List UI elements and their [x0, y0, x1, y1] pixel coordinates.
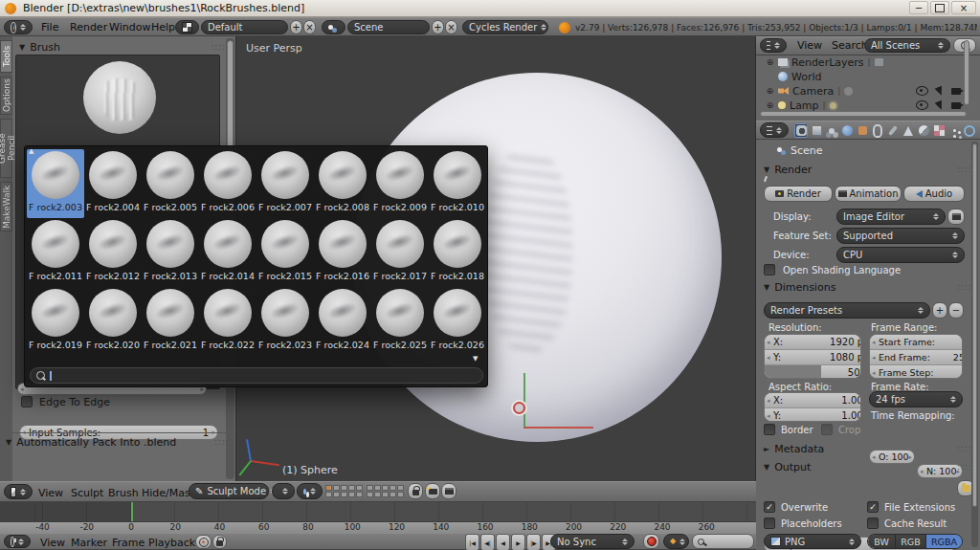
tab-render-layers[interactable]	[810, 123, 823, 138]
scroll-down-icon[interactable]: ▼	[473, 355, 478, 363]
menu-file[interactable]: File	[41, 21, 58, 33]
layer-cell[interactable]	[333, 485, 340, 491]
tab-particles[interactable]	[947, 123, 961, 138]
resolution-y-field[interactable]: Y:1080 px	[765, 349, 861, 364]
layer-cell[interactable]	[390, 485, 396, 491]
menu-help[interactable]: Help	[151, 21, 175, 33]
outliner-item-camera[interactable]: ⊕Camera|	[766, 84, 967, 98]
aspect-y-field[interactable]: Y:1.000	[765, 407, 861, 422]
jump-to-start-button[interactable]: |◀	[465, 534, 479, 550]
layer-grid-2[interactable]	[367, 485, 404, 497]
render-engine-dropdown[interactable]: Cycles Render	[462, 20, 548, 34]
menu-render[interactable]: Render	[70, 21, 107, 33]
layer-cell[interactable]	[348, 492, 355, 497]
expander-icon[interactable]: ⊕	[766, 100, 774, 110]
brush-search-field[interactable]	[30, 367, 483, 384]
remap-old-field[interactable]: O: 100	[869, 450, 915, 464]
render-panel-header[interactable]: ▼Render	[764, 164, 812, 176]
expander-icon[interactable]: ⊕	[766, 86, 774, 96]
mode-dropdown[interactable]: ✎Sculpt Mode	[189, 483, 269, 499]
render-button[interactable]: Render	[764, 186, 833, 202]
brush-item[interactable]: F rock2.013	[142, 218, 199, 287]
device-dropdown[interactable]: CPU	[836, 247, 965, 263]
layer-cell[interactable]	[382, 485, 389, 491]
color-mode-rgba[interactable]: RGBA	[925, 535, 962, 548]
layer-cell[interactable]	[341, 485, 347, 491]
pivot-dropdown[interactable]	[297, 483, 323, 499]
tab-scene[interactable]	[825, 123, 838, 138]
play-reverse-button[interactable]: ◀	[496, 534, 510, 550]
tab-physics[interactable]	[963, 123, 976, 138]
render-presets-dropdown[interactable]: Render Presets	[764, 302, 930, 319]
brush-item[interactable]: F rock2.015	[256, 218, 314, 287]
screen-layout-field[interactable]: Default	[201, 20, 288, 34]
menu-window[interactable]: Window	[109, 21, 150, 33]
metadata-panel-header[interactable]: ►Metadata	[764, 443, 824, 455]
tab-object[interactable]	[856, 123, 869, 138]
remove-scene-button[interactable]: ×	[445, 20, 457, 34]
start-frame-field[interactable]: Start Frame:1	[870, 335, 963, 349]
layer-cell[interactable]	[374, 492, 381, 497]
brush-item[interactable]: F rock2.010	[429, 149, 486, 218]
brush-item[interactable]: F rock2.008	[314, 149, 371, 218]
visibility-eye-icon[interactable]	[916, 86, 928, 96]
keyframe-lock-button[interactable]	[212, 535, 227, 549]
brush-item[interactable]: F rock2.014	[199, 218, 256, 287]
brush-item[interactable]: F rock2.025	[371, 287, 429, 356]
timeline-menu-marker[interactable]: Marker	[71, 537, 107, 549]
layer-cell[interactable]	[367, 485, 373, 491]
timeline-menu-playback[interactable]: Playback	[148, 537, 195, 549]
end-frame-field[interactable]: End Frame:250	[870, 349, 963, 364]
layer-cell[interactable]	[341, 492, 347, 497]
brush-panel-header[interactable]: ▼Brush	[19, 41, 60, 54]
toolshelf-tab-tools[interactable]: Tools	[0, 40, 12, 73]
jump-next-keyframe-button[interactable]: |▶	[526, 534, 541, 550]
timeline-ruler[interactable]	[0, 521, 756, 533]
brush-item[interactable]: F rock2.026	[429, 287, 486, 356]
pack-panel-header[interactable]: ▼Automatically Pack Into .blend	[6, 436, 176, 449]
crop-checkbox[interactable]	[821, 424, 833, 435]
auto-keyframe-button[interactable]	[195, 535, 212, 549]
close-button[interactable]: ×	[951, 1, 976, 14]
edge-to-edge-checkbox[interactable]	[21, 396, 33, 407]
viewport-menu-sculpt[interactable]: Sculpt	[71, 487, 103, 499]
frame-rate-dropdown[interactable]: 24 fps	[869, 391, 963, 407]
osl-checkbox[interactable]	[764, 264, 775, 275]
editor-type-selector[interactable]: i	[4, 20, 33, 34]
dimensions-panel-header[interactable]: ▼Dimensions	[764, 281, 835, 294]
expander-icon[interactable]: ⊕	[766, 57, 774, 67]
tab-object-data[interactable]	[902, 123, 915, 138]
add-scene-button[interactable]: +	[432, 20, 444, 34]
layer-cell[interactable]	[382, 492, 389, 497]
layer-cell[interactable]	[333, 492, 340, 497]
selectability-cursor-icon[interactable]	[935, 85, 946, 96]
toolshelf-tab-grease-pencil[interactable]: Grease Pencil	[0, 119, 12, 178]
visibility-eye-icon[interactable]	[916, 100, 928, 110]
cache-result-checkbox[interactable]	[867, 517, 879, 529]
sync-mode-dropdown[interactable]: No Sync	[550, 534, 635, 549]
keying-set-field[interactable]	[692, 534, 754, 549]
scene-icon-button[interactable]	[322, 20, 345, 34]
properties-editor-selector[interactable]	[760, 122, 789, 138]
panel-drag-dots[interactable]: ::::	[211, 42, 226, 52]
file-format-dropdown[interactable]: PNG	[764, 534, 861, 549]
panel-drag-dots[interactable]: ::::	[214, 437, 230, 447]
brush-item[interactable]: F rock2.022	[199, 287, 256, 356]
brush-item[interactable]: F rock2.004	[84, 149, 142, 218]
outliner-h-scrollbar[interactable]	[760, 111, 967, 117]
layer-cell[interactable]	[397, 492, 404, 497]
brush-item[interactable]: F rock2.012	[84, 218, 142, 287]
brush-item[interactable]: F rock2.005	[142, 149, 199, 218]
layer-cell[interactable]	[348, 485, 355, 491]
brush-item[interactable]: F rock2.023	[256, 287, 314, 356]
lock-button[interactable]	[408, 483, 423, 499]
remap-new-field[interactable]: N: 100	[917, 464, 963, 478]
render-animation-button[interactable]: Animation	[835, 186, 902, 202]
remove-preset-button[interactable]: −	[948, 302, 964, 319]
screen-layout-icon-button[interactable]	[175, 20, 199, 34]
layer-cell[interactable]	[325, 485, 332, 491]
outliner-menu-search[interactable]: Search	[832, 39, 868, 52]
brush-item[interactable]: F rock2.016	[314, 218, 371, 287]
renderability-camera-icon[interactable]	[951, 88, 961, 95]
timeline-menu-frame[interactable]: Frame	[112, 537, 145, 549]
